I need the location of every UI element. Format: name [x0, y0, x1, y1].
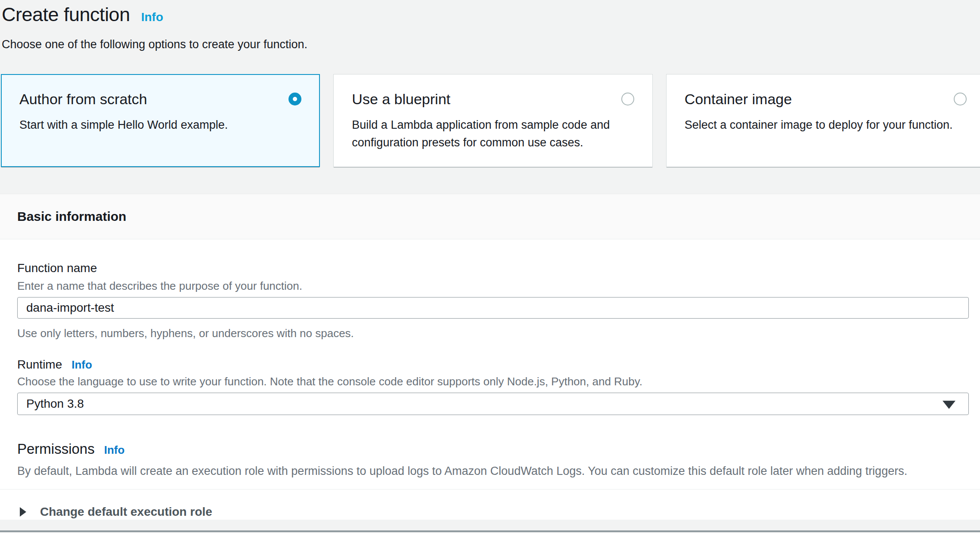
card-head: Author from scratch: [19, 90, 301, 108]
dropdown-caret-icon: [943, 401, 955, 409]
card-description: Start with a simple Hello World example.: [19, 116, 301, 134]
permissions-heading-row: Permissions Info: [17, 440, 969, 458]
permissions-info-link[interactable]: Info: [104, 443, 125, 457]
page-subtitle: Choose one of the following options to c…: [2, 37, 980, 52]
function-name-label: Function name: [17, 261, 969, 276]
runtime-description: Choose the language to use to write your…: [17, 375, 969, 388]
permissions-description: By default, Lambda will create an execut…: [17, 464, 969, 478]
radio-container-image[interactable]: [954, 93, 967, 105]
change-default-execution-role-expander[interactable]: Change default execution role: [17, 490, 969, 520]
title-row: Create function Info: [2, 3, 980, 27]
title-info-link[interactable]: Info: [141, 10, 163, 24]
card-description: Build a Lambda application from sample c…: [352, 116, 634, 152]
card-author-from-scratch[interactable]: Author from scratch Start with a simple …: [1, 74, 320, 167]
runtime-selected-value: Python 3.8: [26, 397, 84, 411]
expand-arrow-icon: [20, 507, 26, 517]
card-title: Use a blueprint: [352, 90, 450, 108]
runtime-label-row: Runtime Info: [17, 357, 969, 372]
expander-label: Change default execution role: [40, 504, 212, 520]
runtime-select[interactable]: Python 3.8: [17, 393, 969, 415]
card-title: Container image: [685, 90, 792, 108]
runtime-field-group: Runtime Info Choose the language to use …: [17, 357, 969, 415]
basic-information-body: Function name Enter a name that describe…: [0, 239, 980, 520]
permissions-heading: Permissions: [17, 440, 95, 458]
basic-information-title: Basic information: [17, 209, 126, 224]
function-name-field-group: Function name Enter a name that describe…: [17, 261, 969, 340]
page-header: Create function Info Choose one of the f…: [0, 0, 980, 52]
card-container-image[interactable]: Container image Select a container image…: [666, 74, 980, 167]
function-name-constraint: Use only letters, numbers, hyphens, or u…: [17, 326, 969, 340]
basic-information-panel: Basic information Function name Enter a …: [0, 194, 980, 520]
page-title: Create function: [2, 3, 130, 27]
runtime-label: Runtime: [17, 357, 62, 372]
card-head: Use a blueprint: [352, 90, 634, 108]
basic-information-header: Basic information: [0, 194, 980, 239]
card-head: Container image: [685, 90, 967, 108]
function-name-description: Enter a name that describes the purpose …: [17, 279, 969, 293]
bottom-scroll-edge: [0, 530, 980, 532]
function-name-input[interactable]: [17, 297, 969, 319]
radio-use-a-blueprint[interactable]: [621, 93, 634, 105]
card-title: Author from scratch: [19, 90, 147, 108]
card-description: Select a container image to deploy for y…: [685, 116, 967, 134]
permissions-section: Permissions Info By default, Lambda will…: [17, 440, 969, 478]
card-use-a-blueprint[interactable]: Use a blueprint Build a Lambda applicati…: [333, 74, 652, 167]
creation-option-cards: Author from scratch Start with a simple …: [1, 74, 980, 167]
runtime-info-link[interactable]: Info: [71, 358, 92, 372]
radio-author-from-scratch[interactable]: [288, 93, 301, 105]
